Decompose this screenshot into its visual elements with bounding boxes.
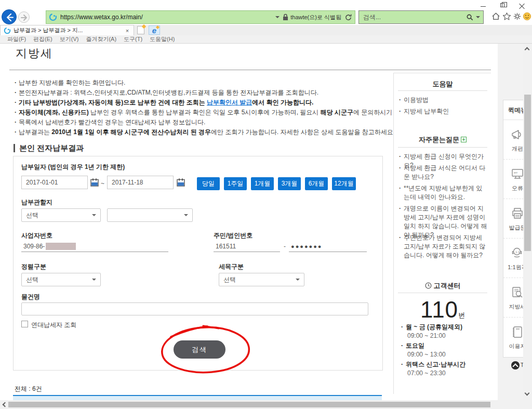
printer-icon <box>510 206 525 221</box>
redacted-value <box>46 243 76 250</box>
chevron-down-icon <box>184 214 188 216</box>
range-1month-button[interactable]: 1개월 <box>251 177 274 190</box>
back-arrow-icon <box>2 10 17 25</box>
faq-expand-icon[interactable]: + <box>461 137 467 142</box>
menu-help[interactable]: 도움말(H) <box>150 35 175 43</box>
ie-logo-icon[interactable]: e <box>149 25 160 35</box>
faq-item[interactable]: 주민번호가 변경되어 지방세 고지/납부 자료가 조회되지 않습니다. 어떻게 … <box>399 233 488 260</box>
joint-taxpayer-label[interactable]: 연대납세자 조회 <box>31 321 76 329</box>
divider <box>398 147 487 148</box>
menu-edit[interactable]: 편집(E) <box>33 35 52 43</box>
date-to-input[interactable]: 2017-11-18 <box>107 176 174 189</box>
search-button[interactable]: 검색 <box>174 340 225 359</box>
total-count-label: 전체 : 6건 <box>15 385 42 393</box>
menu-favorites[interactable]: 즐겨찾기(A) <box>86 35 116 43</box>
forward-arrow-icon <box>19 12 30 23</box>
range-6month-button[interactable]: 6개월 <box>305 177 328 190</box>
settings-gear-icon[interactable] <box>513 12 522 21</box>
horizontal-scrollbar-thumb[interactable] <box>8 402 490 407</box>
menu-file[interactable]: 파일(F) <box>7 35 26 43</box>
tax-item-select[interactable]: 선택 <box>219 273 304 286</box>
url-text[interactable]: https://www.wetax.go.kr/main/ <box>60 14 275 21</box>
menu-tools[interactable]: 도구(T) <box>124 35 142 43</box>
tab-payment-results[interactable]: 납부결과 > 납부결과 > 지... × <box>0 25 134 35</box>
home-icon[interactable] <box>491 12 500 21</box>
phone-number-suffix: 번 <box>458 311 465 319</box>
feedback-smiley-icon[interactable] <box>523 12 531 21</box>
payment-certificate-link[interactable]: 납부확인서 발급 <box>207 99 252 106</box>
sidebar-link-payment-check[interactable]: 지방세 납부확인 <box>399 107 449 116</box>
menu-view[interactable]: 보기(V) <box>60 35 79 43</box>
range-3month-button[interactable]: 3개월 <box>278 177 301 190</box>
megaphone-icon <box>510 127 525 142</box>
cert-label[interactable]: thawte(으)로 식별됨 <box>290 14 341 21</box>
notice-line: 자동이체(계좌, 신용카드) 납부인 경우 위택스를 통한 납부결과 확인은 익… <box>15 108 383 117</box>
search-placeholder[interactable]: 검색... <box>363 13 466 22</box>
address-bar[interactable]: https://www.wetax.go.kr/main/ thawte(으)로… <box>46 10 355 24</box>
date-range-buttons: 당일 1주일 1개월 3개월 6개월 12개월 <box>197 177 356 190</box>
faq-heading: 자주묻는질문+ <box>396 135 489 144</box>
jurisdiction-province-select[interactable]: 선택 <box>21 208 101 222</box>
range-today-button[interactable]: 당일 <box>197 177 220 190</box>
property-name-input[interactable] <box>21 302 368 315</box>
divider <box>398 293 487 293</box>
clock-icon <box>425 282 432 289</box>
tab-title: 납부결과 > 납부결과 > 지... <box>14 27 122 34</box>
notice-line: 목록에서 납세번호가 빨간색인 경우는 연대납세자 납부 정보입니다. <box>15 117 383 127</box>
search-dropdown-icon[interactable] <box>476 16 480 18</box>
faq-item[interactable]: **년도에 지방세 납부한게 있는데 내역이 안나와요. <box>399 184 488 202</box>
range-1week-button[interactable]: 1주일 <box>224 177 247 190</box>
business-number-label: 사업자번호 <box>21 231 52 240</box>
calendar-from-icon[interactable] <box>90 178 99 187</box>
new-tab-button[interactable] <box>137 26 144 34</box>
chevron-down-icon <box>296 279 300 281</box>
business-number-input[interactable]: 309-86- <box>21 241 168 252</box>
close-icon <box>519 3 525 8</box>
jurisdiction-label: 납부관할지 <box>21 198 52 207</box>
sidebar-link-usage[interactable]: 이용방법 <box>399 96 429 104</box>
svg-text:1:1: 1:1 <box>515 250 520 254</box>
search-icon[interactable] <box>466 14 474 21</box>
date-from-input[interactable]: 2017-01-01 <box>21 176 88 189</box>
restore-button[interactable] <box>498 2 509 8</box>
divider <box>398 90 487 91</box>
tab-close-icon[interactable]: × <box>124 28 130 34</box>
range-12month-button[interactable]: 12개월 <box>332 177 356 190</box>
notice-list: 납부한 지방세를 확인하는 화면입니다. 본인전자납부결과 : 위택스,인터넷지… <box>15 78 383 137</box>
right-sidebar: 도움말 이용방법 지방세 납부확인 자주묻는질문+ 지방세 환급 신청이 무엇인… <box>393 73 491 394</box>
joint-taxpayer-checkbox[interactable] <box>21 321 28 327</box>
select-value: 선택 <box>223 275 236 284</box>
vertical-scrollbar-thumb[interactable] <box>524 95 531 251</box>
refresh-icon[interactable] <box>344 14 352 21</box>
notice-line: 납부한 지방세를 확인하는 화면입니다. <box>15 78 383 88</box>
tab-favicon <box>4 27 11 34</box>
forward-button[interactable] <box>18 11 30 23</box>
table-header-row <box>13 396 382 400</box>
calendar-to-icon[interactable] <box>177 178 185 187</box>
select-value: 선택 <box>26 211 38 220</box>
select-value: 선택 <box>26 275 38 284</box>
property-name-label: 물건명 <box>21 293 40 301</box>
back-button[interactable] <box>2 9 17 24</box>
close-button[interactable] <box>516 2 528 8</box>
favorites-star-icon[interactable] <box>502 12 511 21</box>
svg-text:err: err <box>514 171 517 174</box>
faq-item[interactable]: 지방세 환급 서식은 어디서 다운 받나요? <box>399 164 488 181</box>
hours-saturday-time: 09:00 ~ 13:00 <box>407 351 446 358</box>
notice-line: 본인전자납부결과 : 위택스,인터넷지로,CD/ATM,인터넷뱅킹,카드결제 등… <box>15 88 383 98</box>
error-monitor-icon: err <box>510 167 525 181</box>
resident-number-front-input[interactable]: 161511 <box>214 241 280 252</box>
jurisdiction-city-select[interactable] <box>107 208 193 222</box>
chevron-down-icon <box>92 279 96 281</box>
address-dropdown-icon[interactable] <box>275 16 280 18</box>
headset-icon: 1:1 <box>510 246 525 260</box>
search-box[interactable]: 검색... <box>358 10 484 24</box>
sort-select[interactable]: 선택 <box>21 273 101 286</box>
scrollbar-corner <box>523 400 532 409</box>
minimize-button[interactable] <box>478 2 489 8</box>
arrow-up-circle-icon <box>511 361 520 370</box>
resident-number-back-input[interactable]: ●●●●●●● <box>289 241 367 252</box>
chevron-down-icon <box>92 214 96 216</box>
date-range-tilde: ~ <box>101 180 104 187</box>
payment-date-label: 납부일자 (법인의 경우 1년 기한 제한) <box>21 163 125 171</box>
